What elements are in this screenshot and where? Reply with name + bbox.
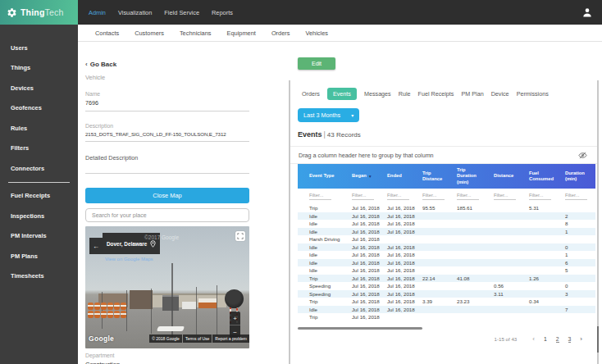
map-attribution-terms-of-use[interactable]: Terms of Use bbox=[183, 334, 212, 343]
truck bbox=[162, 295, 179, 311]
filter-input-duration-min[interactable]: Filter... bbox=[565, 193, 587, 200]
go-back-link[interactable]: ‹Go Back bbox=[85, 61, 249, 68]
detailed-description-field[interactable]: Detailed Description bbox=[85, 154, 249, 174]
table-row[interactable]: TripJul 16, 2018 ...Jul 16, 2018 ...22.1… bbox=[298, 275, 595, 283]
column-header-duration-min[interactable]: Duration (min) bbox=[558, 164, 595, 189]
table-cell bbox=[558, 204, 595, 212]
table-row[interactable]: TripJul 16, 2018 ... bbox=[298, 313, 595, 321]
tab-permissions[interactable]: Permissions bbox=[517, 88, 549, 100]
tab-rule[interactable]: Rule bbox=[399, 88, 411, 100]
name-field[interactable]: 7696 bbox=[85, 99, 249, 111]
page-button-1[interactable]: 1 bbox=[544, 336, 547, 343]
column-header-event-type[interactable]: Event Type bbox=[298, 164, 344, 189]
vertical-scrollbar[interactable] bbox=[597, 326, 599, 353]
next-page-button[interactable]: › bbox=[580, 336, 582, 343]
column-header-ended[interactable]: Ended bbox=[380, 164, 415, 189]
subnav-item-customers[interactable]: Customers bbox=[135, 30, 164, 37]
subnav-item-technicians[interactable]: Technicians bbox=[180, 30, 212, 37]
table-cell bbox=[415, 282, 449, 290]
tab-fuel-receipts[interactable]: Fuel Receipts bbox=[418, 88, 454, 100]
table-row[interactable]: IdleJul 16, 2018 ...Jul 16, 2018 ...0 bbox=[298, 243, 595, 252]
table-row[interactable]: SpeedingJul 16, 2018 ...Jul 16, 2018 ...… bbox=[298, 282, 595, 290]
table-row[interactable]: IdleJul 16, 2018 ...Jul 16, 2018 ...2 bbox=[298, 212, 595, 221]
tab-pm-plan[interactable]: PM Plan bbox=[461, 88, 483, 100]
column-header-fuel-consumed[interactable]: Fuel Consumed bbox=[522, 164, 558, 189]
street-view-map[interactable]: ← Dover, Delaware View on Google Maps ©2… bbox=[85, 226, 249, 348]
close-map-button[interactable]: Close Map bbox=[85, 188, 249, 203]
description-field[interactable]: 2153_DOTS_TRAF_SIG_CON_LD_FF-150_TOULSON… bbox=[85, 131, 249, 142]
table-row[interactable]: IdleJul 16, 2018 ...Jul 16, 2018 ...7 bbox=[298, 306, 595, 314]
fullscreen-button[interactable] bbox=[235, 231, 245, 241]
back-arrow-icon[interactable]: ← bbox=[89, 238, 103, 254]
filter-input-trip-distance[interactable]: Filter... bbox=[422, 193, 445, 200]
sidebar-item-timesheets[interactable]: Timesheets bbox=[0, 266, 78, 287]
nav-item-admin[interactable]: Admin bbox=[89, 9, 106, 16]
subnav-item-equipment[interactable]: Equipment bbox=[227, 30, 256, 37]
filter-input-began[interactable]: Filter... bbox=[352, 193, 374, 200]
view-on-google-maps-link[interactable]: View on Google Maps bbox=[105, 257, 153, 262]
column-chooser-eye-off-icon[interactable] bbox=[578, 151, 587, 160]
table-row[interactable]: IdleJul 16, 2018 ...Jul 16, 2018 ...8 bbox=[298, 220, 595, 228]
table-row[interactable]: TripJul 16, 2018 ...Jul 16, 2018 ...3.39… bbox=[298, 298, 595, 306]
department-field[interactable]: Construction bbox=[85, 361, 249, 364]
sidebar-item-pm-intervals[interactable]: PM Intervals bbox=[0, 226, 78, 247]
sidebar-item-things[interactable]: Things bbox=[0, 58, 78, 79]
column-header-trip-distance[interactable]: Trip Distance bbox=[415, 164, 449, 189]
sidebar-item-users[interactable]: Users bbox=[0, 38, 78, 58]
map-attribution-report-a-problem[interactable]: Report a problem bbox=[212, 334, 249, 343]
nav-item-reports[interactable]: Reports bbox=[212, 9, 233, 16]
tab-messages[interactable]: Messages bbox=[364, 88, 391, 100]
pagination: 1-15 of 43 ‹ 123 › bbox=[290, 336, 582, 343]
compass-control[interactable] bbox=[225, 289, 244, 308]
table-cell: 3.11 bbox=[486, 290, 522, 298]
filter-input-fuel-consumed[interactable]: Filter... bbox=[529, 193, 551, 200]
sidebar-item-pm-plans[interactable]: PM Plans bbox=[0, 246, 78, 266]
filter-input-distance[interactable]: Filter... bbox=[494, 193, 516, 200]
edit-button[interactable]: Edit bbox=[298, 57, 335, 70]
table-row[interactable]: IdleJul 16, 2018 ...Jul 16, 2018 ...6 bbox=[298, 259, 595, 267]
tab-device[interactable]: Device bbox=[491, 88, 509, 100]
horizontal-scrollbar[interactable] bbox=[298, 327, 422, 330]
tab-orders[interactable]: Orders bbox=[302, 88, 320, 100]
date-range-dropdown[interactable]: Last 3 Months ▾ bbox=[298, 108, 359, 122]
table-cell bbox=[415, 259, 449, 267]
table-row[interactable]: IdleJul 16, 2018 ...Jul 16, 2018 ...1 bbox=[298, 228, 595, 236]
table-cell: Jul 16, 2018 ... bbox=[380, 290, 415, 298]
column-header-distance[interactable]: Distance bbox=[486, 164, 522, 189]
nav-item-field-service[interactable]: Field Service bbox=[164, 9, 199, 16]
tab-events[interactable]: Events bbox=[327, 88, 357, 100]
sidebar-item-inspections[interactable]: Inspections bbox=[0, 206, 78, 226]
zoom-in-button[interactable]: + bbox=[230, 312, 240, 325]
table-row[interactable]: TripJul 16, 2018 ...Jul 16, 2018 ...95.5… bbox=[298, 204, 595, 212]
column-header-label: Began bbox=[352, 173, 367, 179]
table-row[interactable]: SpeedingJul 16, 2018 ...Jul 16, 2018 ...… bbox=[298, 290, 595, 298]
table-row[interactable]: IdleJul 16, 2018 ...Jul 16, 2018 ...5 bbox=[298, 266, 595, 275]
filter-input-event-type[interactable]: Filter... bbox=[309, 193, 331, 200]
column-header-label: Event Type bbox=[309, 173, 335, 179]
place-search-input[interactable] bbox=[85, 208, 249, 222]
sidebar-item-devices[interactable]: Devices bbox=[0, 78, 78, 98]
table-row[interactable]: Harsh DrivingJul 16, 2018 ... bbox=[298, 235, 595, 243]
table-cell: Jul 16, 2018 ... bbox=[344, 259, 380, 267]
table-cell bbox=[486, 220, 522, 228]
table-cell: Jul 16, 2018 ... bbox=[344, 266, 380, 275]
page-button-3[interactable]: 3 bbox=[568, 336, 572, 343]
sidebar-item-geofences[interactable]: Geofences bbox=[0, 98, 78, 119]
table-row[interactable]: IdleJul 16, 2018 ...Jul 16, 2018 ...1 bbox=[298, 251, 595, 259]
page-button-2[interactable]: 2 bbox=[556, 336, 559, 343]
sidebar-item-filters[interactable]: Filters bbox=[0, 139, 78, 159]
prev-page-button[interactable]: ‹ bbox=[532, 336, 535, 343]
nav-item-visualization[interactable]: Visualization bbox=[118, 9, 152, 16]
subnav-item-contacts[interactable]: Contacts bbox=[95, 30, 119, 37]
column-header-trip-duration-min[interactable]: Trip Duration (min) bbox=[449, 164, 486, 189]
detail-tabs: OrdersEventsMessagesRuleFuel ReceiptsPM … bbox=[302, 88, 597, 100]
filter-input-trip-duration-min[interactable]: Filter... bbox=[457, 193, 479, 200]
filter-input-ended[interactable]: Filter... bbox=[387, 193, 409, 200]
user-avatar-button[interactable] bbox=[581, 7, 593, 18]
sidebar-item-fuel-receipts[interactable]: Fuel Receipts bbox=[0, 186, 78, 207]
subnav-item-vehicles[interactable]: Vehicles bbox=[305, 30, 328, 37]
sidebar-item-connectors[interactable]: Connectors bbox=[0, 158, 78, 179]
column-header-began[interactable]: Began▼ bbox=[344, 164, 380, 189]
subnav-item-orders[interactable]: Orders bbox=[271, 30, 290, 37]
sidebar-item-rules[interactable]: Rules bbox=[0, 118, 78, 139]
